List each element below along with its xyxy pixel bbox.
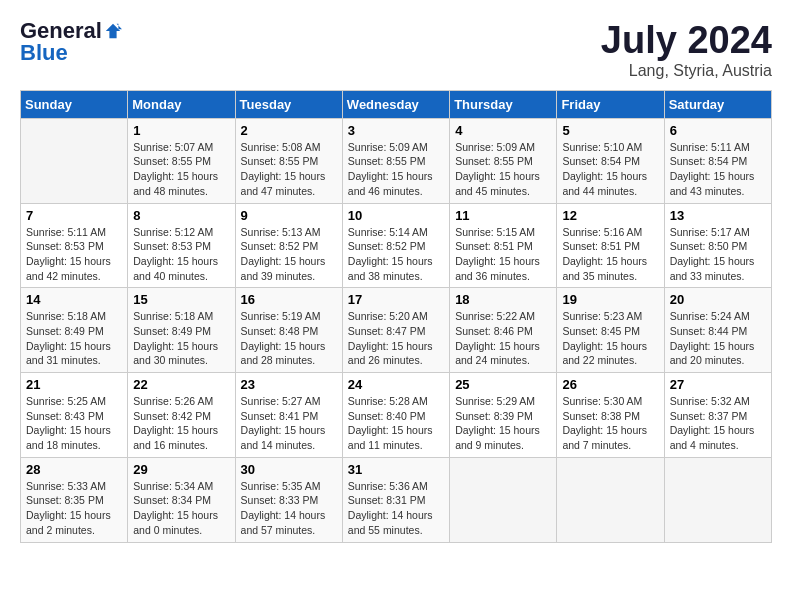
calendar-week-row: 1Sunrise: 5:07 AMSunset: 8:55 PMDaylight…: [21, 118, 772, 203]
day-number: 20: [670, 292, 766, 307]
day-number: 31: [348, 462, 444, 477]
day-number: 27: [670, 377, 766, 392]
day-number: 19: [562, 292, 658, 307]
day-info: Sunrise: 5:34 AMSunset: 8:34 PMDaylight:…: [133, 479, 229, 538]
calendar-cell: 19Sunrise: 5:23 AMSunset: 8:45 PMDayligh…: [557, 288, 664, 373]
day-number: 24: [348, 377, 444, 392]
calendar-header-row: SundayMondayTuesdayWednesdayThursdayFrid…: [21, 90, 772, 118]
day-info: Sunrise: 5:23 AMSunset: 8:45 PMDaylight:…: [562, 309, 658, 368]
calendar-cell: 24Sunrise: 5:28 AMSunset: 8:40 PMDayligh…: [342, 373, 449, 458]
calendar-cell: 26Sunrise: 5:30 AMSunset: 8:38 PMDayligh…: [557, 373, 664, 458]
day-number: 10: [348, 208, 444, 223]
day-info: Sunrise: 5:16 AMSunset: 8:51 PMDaylight:…: [562, 225, 658, 284]
column-header-thursday: Thursday: [450, 90, 557, 118]
day-number: 18: [455, 292, 551, 307]
calendar-cell: 12Sunrise: 5:16 AMSunset: 8:51 PMDayligh…: [557, 203, 664, 288]
day-number: 5: [562, 123, 658, 138]
day-number: 4: [455, 123, 551, 138]
day-info: Sunrise: 5:22 AMSunset: 8:46 PMDaylight:…: [455, 309, 551, 368]
calendar-cell: 30Sunrise: 5:35 AMSunset: 8:33 PMDayligh…: [235, 457, 342, 542]
column-header-friday: Friday: [557, 90, 664, 118]
day-info: Sunrise: 5:24 AMSunset: 8:44 PMDaylight:…: [670, 309, 766, 368]
calendar-cell: 10Sunrise: 5:14 AMSunset: 8:52 PMDayligh…: [342, 203, 449, 288]
calendar-cell: 8Sunrise: 5:12 AMSunset: 8:53 PMDaylight…: [128, 203, 235, 288]
day-info: Sunrise: 5:25 AMSunset: 8:43 PMDaylight:…: [26, 394, 122, 453]
calendar-table: SundayMondayTuesdayWednesdayThursdayFrid…: [20, 90, 772, 543]
day-info: Sunrise: 5:36 AMSunset: 8:31 PMDaylight:…: [348, 479, 444, 538]
day-info: Sunrise: 5:14 AMSunset: 8:52 PMDaylight:…: [348, 225, 444, 284]
day-number: 3: [348, 123, 444, 138]
day-number: 30: [241, 462, 337, 477]
day-info: Sunrise: 5:11 AMSunset: 8:53 PMDaylight:…: [26, 225, 122, 284]
day-number: 29: [133, 462, 229, 477]
calendar-cell: 4Sunrise: 5:09 AMSunset: 8:55 PMDaylight…: [450, 118, 557, 203]
day-number: 16: [241, 292, 337, 307]
calendar-cell: [450, 457, 557, 542]
calendar-cell: 15Sunrise: 5:18 AMSunset: 8:49 PMDayligh…: [128, 288, 235, 373]
calendar-cell: 27Sunrise: 5:32 AMSunset: 8:37 PMDayligh…: [664, 373, 771, 458]
calendar-cell: 28Sunrise: 5:33 AMSunset: 8:35 PMDayligh…: [21, 457, 128, 542]
day-number: 22: [133, 377, 229, 392]
calendar-cell: 22Sunrise: 5:26 AMSunset: 8:42 PMDayligh…: [128, 373, 235, 458]
day-info: Sunrise: 5:32 AMSunset: 8:37 PMDaylight:…: [670, 394, 766, 453]
day-number: 26: [562, 377, 658, 392]
calendar-cell: 13Sunrise: 5:17 AMSunset: 8:50 PMDayligh…: [664, 203, 771, 288]
calendar-cell: [557, 457, 664, 542]
day-number: 1: [133, 123, 229, 138]
logo: General Blue: [20, 20, 122, 64]
day-number: 9: [241, 208, 337, 223]
calendar-week-row: 7Sunrise: 5:11 AMSunset: 8:53 PMDaylight…: [21, 203, 772, 288]
calendar-cell: 21Sunrise: 5:25 AMSunset: 8:43 PMDayligh…: [21, 373, 128, 458]
day-number: 17: [348, 292, 444, 307]
calendar-cell: 2Sunrise: 5:08 AMSunset: 8:55 PMDaylight…: [235, 118, 342, 203]
calendar-cell: [21, 118, 128, 203]
calendar-location: Lang, Styria, Austria: [601, 62, 772, 80]
calendar-cell: 11Sunrise: 5:15 AMSunset: 8:51 PMDayligh…: [450, 203, 557, 288]
logo-general-text: General: [20, 20, 102, 42]
column-header-sunday: Sunday: [21, 90, 128, 118]
day-info: Sunrise: 5:13 AMSunset: 8:52 PMDaylight:…: [241, 225, 337, 284]
title-area: July 2024 Lang, Styria, Austria: [601, 20, 772, 80]
day-number: 15: [133, 292, 229, 307]
calendar-week-row: 28Sunrise: 5:33 AMSunset: 8:35 PMDayligh…: [21, 457, 772, 542]
day-number: 14: [26, 292, 122, 307]
column-header-wednesday: Wednesday: [342, 90, 449, 118]
calendar-cell: 3Sunrise: 5:09 AMSunset: 8:55 PMDaylight…: [342, 118, 449, 203]
day-info: Sunrise: 5:15 AMSunset: 8:51 PMDaylight:…: [455, 225, 551, 284]
calendar-cell: 31Sunrise: 5:36 AMSunset: 8:31 PMDayligh…: [342, 457, 449, 542]
calendar-cell: 16Sunrise: 5:19 AMSunset: 8:48 PMDayligh…: [235, 288, 342, 373]
day-info: Sunrise: 5:28 AMSunset: 8:40 PMDaylight:…: [348, 394, 444, 453]
day-number: 28: [26, 462, 122, 477]
column-header-monday: Monday: [128, 90, 235, 118]
column-header-saturday: Saturday: [664, 90, 771, 118]
calendar-cell: 25Sunrise: 5:29 AMSunset: 8:39 PMDayligh…: [450, 373, 557, 458]
day-number: 23: [241, 377, 337, 392]
logo-icon: [104, 22, 122, 40]
column-header-tuesday: Tuesday: [235, 90, 342, 118]
calendar-cell: 1Sunrise: 5:07 AMSunset: 8:55 PMDaylight…: [128, 118, 235, 203]
day-info: Sunrise: 5:26 AMSunset: 8:42 PMDaylight:…: [133, 394, 229, 453]
day-number: 7: [26, 208, 122, 223]
calendar-cell: [664, 457, 771, 542]
day-info: Sunrise: 5:10 AMSunset: 8:54 PMDaylight:…: [562, 140, 658, 199]
calendar-cell: 9Sunrise: 5:13 AMSunset: 8:52 PMDaylight…: [235, 203, 342, 288]
calendar-cell: 20Sunrise: 5:24 AMSunset: 8:44 PMDayligh…: [664, 288, 771, 373]
day-info: Sunrise: 5:27 AMSunset: 8:41 PMDaylight:…: [241, 394, 337, 453]
day-info: Sunrise: 5:09 AMSunset: 8:55 PMDaylight:…: [455, 140, 551, 199]
day-info: Sunrise: 5:12 AMSunset: 8:53 PMDaylight:…: [133, 225, 229, 284]
day-info: Sunrise: 5:17 AMSunset: 8:50 PMDaylight:…: [670, 225, 766, 284]
calendar-cell: 23Sunrise: 5:27 AMSunset: 8:41 PMDayligh…: [235, 373, 342, 458]
day-info: Sunrise: 5:08 AMSunset: 8:55 PMDaylight:…: [241, 140, 337, 199]
day-number: 6: [670, 123, 766, 138]
day-info: Sunrise: 5:09 AMSunset: 8:55 PMDaylight:…: [348, 140, 444, 199]
day-info: Sunrise: 5:11 AMSunset: 8:54 PMDaylight:…: [670, 140, 766, 199]
day-number: 13: [670, 208, 766, 223]
day-number: 8: [133, 208, 229, 223]
page-header: General Blue July 2024 Lang, Styria, Aus…: [20, 20, 772, 80]
day-number: 21: [26, 377, 122, 392]
calendar-week-row: 21Sunrise: 5:25 AMSunset: 8:43 PMDayligh…: [21, 373, 772, 458]
svg-marker-0: [106, 24, 120, 38]
calendar-week-row: 14Sunrise: 5:18 AMSunset: 8:49 PMDayligh…: [21, 288, 772, 373]
calendar-cell: 6Sunrise: 5:11 AMSunset: 8:54 PMDaylight…: [664, 118, 771, 203]
day-info: Sunrise: 5:20 AMSunset: 8:47 PMDaylight:…: [348, 309, 444, 368]
